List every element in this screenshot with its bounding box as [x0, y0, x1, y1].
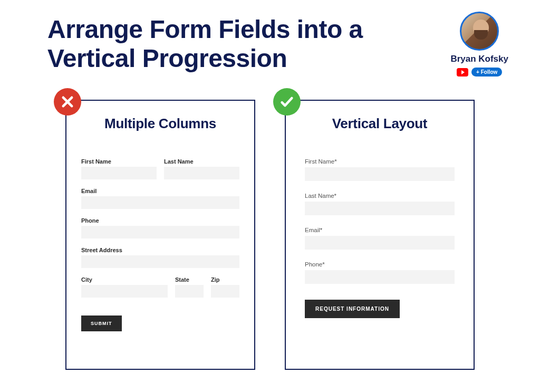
follow-button[interactable]: + Follow — [471, 68, 502, 77]
label-state: State — [175, 276, 204, 283]
input-last-name-v[interactable] — [305, 202, 455, 215]
label-first-name-v: First Name* — [305, 158, 455, 165]
card-vertical-layout: Vertical Layout First Name* Last Name* E… — [285, 100, 475, 370]
input-first-name-v[interactable] — [305, 167, 455, 181]
label-first-name: First Name — [81, 158, 157, 165]
label-phone-v: Phone* — [305, 261, 455, 267]
author-block: Bryan Kofsky + Follow — [450, 12, 508, 77]
label-street: Street Address — [81, 247, 239, 253]
input-street[interactable] — [81, 255, 239, 268]
input-city[interactable] — [81, 285, 168, 298]
input-last-name[interactable] — [164, 167, 239, 179]
input-email-v[interactable] — [305, 236, 455, 250]
request-info-button[interactable]: REQUEST INFORMATION — [305, 300, 400, 318]
label-email: Email — [81, 188, 239, 194]
input-phone-v[interactable] — [305, 270, 455, 284]
input-email[interactable] — [81, 196, 239, 209]
label-phone: Phone — [81, 217, 239, 224]
page-title: Arrange Form Fields into a Vertical Prog… — [47, 15, 427, 73]
label-city: City — [81, 276, 168, 283]
label-email-v: Email* — [305, 227, 455, 233]
label-zip: Zip — [211, 276, 239, 283]
card-title-good: Vertical Layout — [301, 116, 459, 132]
card-title-bad: Multiple Columns — [81, 116, 239, 132]
input-first-name[interactable] — [81, 167, 157, 179]
author-avatar — [460, 12, 499, 51]
label-last-name-v: Last Name* — [305, 193, 455, 199]
x-icon — [54, 88, 81, 116]
input-phone[interactable] — [81, 226, 239, 238]
label-last-name: Last Name — [164, 158, 239, 165]
author-name: Bryan Kofsky — [450, 54, 508, 64]
card-multiple-columns: Multiple Columns First Name Last Name Em… — [65, 100, 255, 370]
check-icon — [273, 88, 301, 116]
submit-button[interactable]: SUBMIT — [81, 315, 122, 331]
input-state[interactable] — [175, 285, 204, 298]
youtube-icon[interactable] — [457, 68, 468, 77]
input-zip[interactable] — [211, 285, 239, 298]
